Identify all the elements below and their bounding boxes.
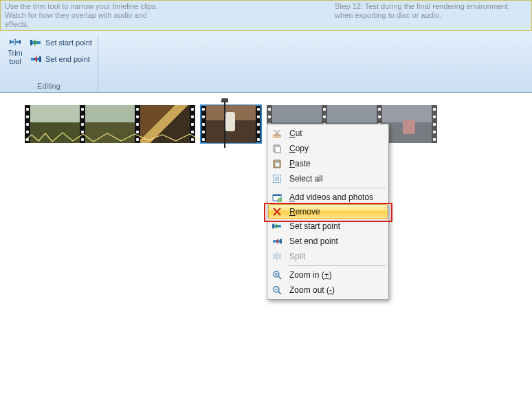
context-menu-zoom-out[interactable]: Zoom out (-) <box>269 283 387 298</box>
context-menu-set-end[interactable]: Set end point <box>269 234 387 249</box>
top-info-strip: Use the trim tool to narrow your timelin… <box>0 0 532 31</box>
context-menu-set-start[interactable]: Set start point <box>269 219 387 234</box>
playhead[interactable] <box>224 101 225 148</box>
set-end-point-label: Set end point <box>45 55 90 63</box>
svg-rect-16 <box>275 177 279 181</box>
set-start-point-icon <box>30 37 41 48</box>
split-icon <box>270 250 284 263</box>
context-menu-cut[interactable]: Cut <box>269 126 387 141</box>
context-menu-cut-label: ut <box>296 129 302 138</box>
context-menu-split-label: Split <box>289 252 383 261</box>
remove-icon <box>270 206 284 218</box>
set-start-point-icon <box>270 220 284 232</box>
context-menu-add-media[interactable]: Add videos and photos <box>269 190 387 205</box>
trim-tool-label: Trim tool <box>8 49 23 65</box>
ribbon: Trim tool Set start point <box>0 31 532 93</box>
ribbon-group-editing: Trim tool Set start point <box>0 35 98 92</box>
timeline-clip[interactable] <box>25 105 195 143</box>
context-menu-set-start-label: Set start point <box>289 221 383 231</box>
set-start-point-button[interactable]: Set start point <box>29 36 93 49</box>
svg-rect-7 <box>39 56 41 62</box>
add-media-icon <box>270 191 284 203</box>
svg-rect-5 <box>30 40 32 45</box>
trim-tool-icon <box>10 36 21 47</box>
context-menu-zoom-in[interactable]: Zoom in (+) <box>269 267 387 283</box>
copy-icon <box>270 142 284 155</box>
top-blurb-1: Use the trim tool to narrow your timelin… <box>5 2 170 29</box>
svg-rect-14 <box>275 162 280 167</box>
trim-tool-button[interactable]: Trim tool <box>4 35 26 67</box>
timeline-canvas[interactable] <box>0 93 532 420</box>
zoom-in-icon <box>270 269 284 281</box>
context-menu-paste[interactable]: Paste <box>269 156 387 171</box>
svg-rect-11 <box>275 146 280 153</box>
top-blurb-2: Step 12: Test during the final rendering… <box>335 2 513 29</box>
svg-rect-25 <box>278 254 281 259</box>
svg-rect-26 <box>276 252 277 261</box>
zoom-out-icon <box>270 284 284 296</box>
context-menu-split: Split <box>269 249 387 264</box>
context-menu-set-end-label: Set end point <box>289 236 383 246</box>
timeline-clip-selected[interactable] <box>201 105 261 143</box>
context-menu-select-all[interactable]: Select all <box>269 171 387 186</box>
scissors-icon <box>270 127 284 140</box>
svg-rect-2 <box>19 40 21 43</box>
set-start-point-label: Set start point <box>45 38 92 47</box>
set-end-point-icon <box>270 235 284 247</box>
menu-separator <box>288 265 386 266</box>
ribbon-group-label: Editing <box>4 81 93 91</box>
svg-rect-18 <box>273 195 281 196</box>
svg-rect-13 <box>275 159 279 162</box>
context-menu-select-all-label: Select all <box>289 174 383 184</box>
svg-rect-24 <box>273 254 276 259</box>
paste-icon <box>270 157 284 170</box>
set-end-point-icon <box>30 54 41 65</box>
context-menu: Cut Copy Paste Select all Add videos and… <box>267 124 389 300</box>
svg-rect-1 <box>10 40 11 43</box>
menu-separator <box>288 188 386 188</box>
svg-rect-23 <box>280 239 282 244</box>
svg-rect-21 <box>272 224 274 229</box>
svg-rect-3 <box>14 39 16 45</box>
context-menu-copy[interactable]: Copy <box>269 141 387 156</box>
select-all-icon <box>270 173 284 185</box>
set-end-point-button[interactable]: Set end point <box>29 53 93 65</box>
context-menu-remove[interactable]: Remove <box>268 204 388 219</box>
